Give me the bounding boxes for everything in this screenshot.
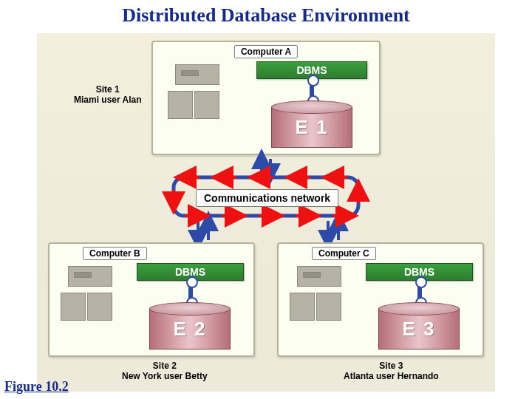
computer-c-label: Computer C	[312, 247, 376, 260]
computer-c-box: Computer C DBMS E 3	[277, 242, 484, 357]
comm-network-box: Communications network	[196, 189, 338, 207]
computer-a-box: Computer A DBMS E 1	[151, 41, 381, 155]
computer-b-box: Computer B DBMS E 2	[48, 242, 255, 357]
site-1-caption: Site 1Miami user Alan	[74, 85, 142, 106]
computer-c-windows-icon	[290, 266, 341, 321]
computer-b-wire	[188, 282, 193, 303]
page-title: Distributed Database Environment	[0, 4, 532, 27]
diagram-canvas: Computer A DBMS E 1 Site 1Miami user Ala…	[37, 33, 495, 392]
computer-a-db-cylinder: E 1	[271, 107, 352, 148]
computer-c-db-cylinder: E 3	[378, 309, 460, 349]
figure-label: Figure 10.2	[4, 379, 69, 395]
computer-b-windows-icon	[61, 266, 112, 321]
computer-a-db-label: E 1	[295, 116, 328, 139]
computer-b-db-label: E 2	[173, 318, 206, 341]
computer-c-db-label: E 3	[402, 318, 435, 341]
computer-b-label: Computer B	[83, 247, 147, 260]
computer-a-label: Computer A	[234, 45, 298, 58]
computer-a-wire	[310, 81, 314, 101]
computer-a-windows-icon	[168, 64, 219, 120]
computer-b-db-cylinder: E 2	[149, 309, 231, 349]
site-3-caption: Site 3Atlanta user Hernando	[344, 361, 439, 382]
site-2-caption: Site 2New York user Betty	[122, 361, 208, 382]
computer-c-wire	[417, 282, 422, 303]
